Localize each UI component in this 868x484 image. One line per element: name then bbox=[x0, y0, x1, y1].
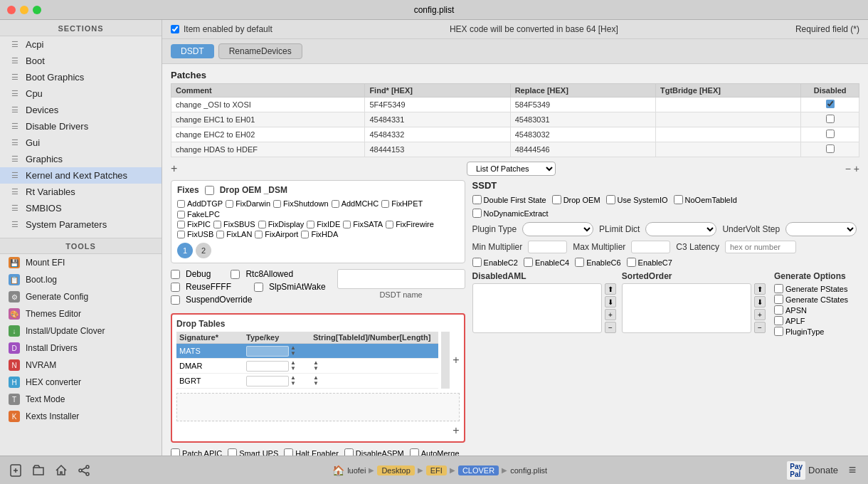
plimit-select[interactable] bbox=[645, 222, 716, 236]
plus-button[interactable]: + bbox=[854, 163, 859, 174]
gen-aplf-checkbox[interactable] bbox=[774, 316, 783, 325]
breadcrumb-desktop[interactable]: Desktop bbox=[377, 465, 414, 475]
sidebar-item-cpu[interactable]: ☰ Cpu bbox=[0, 85, 162, 102]
donate-area[interactable]: PayPal Donate bbox=[787, 461, 838, 480]
sidebar-tool-nvram[interactable]: N NVRAM bbox=[0, 357, 162, 374]
sorted-order-add-btn[interactable]: + bbox=[754, 309, 766, 320]
drop-table-row-mats[interactable]: MATS ▲ ▼ bbox=[176, 344, 438, 359]
addMCHC-checkbox[interactable] bbox=[332, 200, 339, 208]
drop-tables-bottom-add-button[interactable]: + bbox=[452, 424, 459, 437]
gen-cstates-checkbox[interactable] bbox=[774, 295, 783, 304]
drop-table-row-dmar[interactable]: DMAR ▲ ▼ bbox=[176, 359, 438, 374]
sorted-order-down-btn[interactable]: ⬇ bbox=[754, 296, 766, 307]
sidebar-item-boot[interactable]: ☰ Boot bbox=[0, 53, 162, 69]
page-btn-2[interactable]: 2 bbox=[196, 243, 211, 258]
enableC4-checkbox[interactable] bbox=[524, 258, 533, 267]
suspend-checkbox[interactable] bbox=[171, 295, 180, 305]
sidebar-item-kernel-kext[interactable]: ☰ Kernel and Kext Patches bbox=[0, 167, 162, 184]
bgrt-str-up[interactable]: ▲ bbox=[313, 375, 435, 381]
fixDarwin-checkbox[interactable] bbox=[226, 200, 233, 208]
reuse-checkbox[interactable] bbox=[171, 283, 180, 292]
sidebar-item-rt-variables[interactable]: ☰ Rt Variables bbox=[0, 184, 162, 200]
row4-disabled-checkbox[interactable] bbox=[826, 144, 835, 153]
fixDisplay-checkbox[interactable] bbox=[258, 221, 266, 228]
smart-ups-checkbox[interactable] bbox=[228, 448, 237, 456]
sidebar-item-graphics[interactable]: ☰ Graphics bbox=[0, 151, 162, 167]
sidebar-tool-install-drivers[interactable]: D Install Drivers bbox=[0, 340, 162, 357]
no-oem-table-id-checkbox[interactable] bbox=[674, 195, 683, 204]
disabled-aml-down-btn[interactable]: ⬇ bbox=[605, 296, 616, 307]
tab-rename-devices[interactable]: RenameDevices bbox=[218, 43, 302, 59]
home-icon[interactable] bbox=[53, 462, 70, 479]
drop-table-row-bgrt[interactable]: BGRT ▲ ▼ bbox=[176, 374, 438, 389]
menu-icon[interactable]: ≡ bbox=[844, 462, 861, 479]
plugin-type-select[interactable] bbox=[522, 222, 593, 236]
disabled-aml-remove-btn[interactable]: − bbox=[605, 322, 616, 333]
fixFirewire-checkbox[interactable] bbox=[386, 221, 393, 228]
add-patch-button[interactable]: + bbox=[171, 162, 177, 175]
fixUSB-checkbox[interactable] bbox=[177, 231, 185, 238]
disabled-aml-up-btn[interactable]: ⬆ bbox=[605, 283, 616, 295]
sidebar-tool-kexts-installer[interactable]: K Kexts Installer bbox=[0, 408, 162, 425]
use-systemio-checkbox[interactable] bbox=[606, 195, 615, 204]
max-mult-input[interactable] bbox=[631, 241, 670, 253]
breadcrumb-efi[interactable]: EFI bbox=[426, 465, 447, 475]
page-btn-1[interactable]: 1 bbox=[177, 243, 193, 258]
fixLAN-checkbox[interactable] bbox=[216, 231, 224, 238]
drop-oem-checkbox[interactable] bbox=[552, 195, 561, 204]
sidebar-tool-boot-log[interactable]: 📋 Boot.log bbox=[0, 271, 162, 288]
minimize-button[interactable] bbox=[20, 6, 28, 14]
list-of-patches-select[interactable]: List Of Patches bbox=[467, 162, 556, 176]
sidebar-item-disable-drivers[interactable]: ☰ Disable Drivers bbox=[0, 118, 162, 135]
tab-dsdt[interactable]: DSDT bbox=[171, 44, 214, 58]
open-file-icon[interactable] bbox=[30, 462, 47, 479]
sidebar-tool-mount-efi[interactable]: 💾 Mount EFI bbox=[0, 254, 162, 271]
bgrt-str-down[interactable]: ▼ bbox=[313, 381, 435, 386]
sidebar-tool-themes-editor[interactable]: 🎨 Themes Editor bbox=[0, 305, 162, 322]
sidebar-item-acpi[interactable]: ☰ Acpi bbox=[0, 36, 162, 53]
sidebar-item-system-parameters[interactable]: ☰ System Parameters bbox=[0, 216, 162, 233]
close-button[interactable] bbox=[7, 6, 16, 14]
share-icon[interactable] bbox=[75, 462, 92, 479]
breadcrumb-home[interactable]: luofei bbox=[347, 466, 366, 475]
disabled-aml-add-btn[interactable]: + bbox=[605, 309, 616, 320]
sidebar-tool-hex-converter[interactable]: H HEX converter bbox=[0, 374, 162, 391]
fixHPET-checkbox[interactable] bbox=[381, 200, 389, 208]
minus-button[interactable]: − bbox=[845, 163, 851, 174]
row2-disabled-checkbox[interactable] bbox=[826, 115, 835, 123]
dmar-type-input[interactable] bbox=[246, 361, 289, 372]
enableC7-checkbox[interactable] bbox=[627, 258, 636, 267]
sorted-order-up-btn[interactable]: ⬆ bbox=[754, 283, 766, 295]
sidebar-item-gui[interactable]: ☰ Gui bbox=[0, 135, 162, 151]
sidebar-item-boot-graphics[interactable]: ☰ Boot Graphics bbox=[0, 69, 162, 85]
disabled-aml-textarea[interactable] bbox=[472, 283, 602, 333]
sorted-order-textarea[interactable] bbox=[622, 283, 751, 333]
fixIDE-checkbox[interactable] bbox=[307, 221, 314, 228]
dsdt-name-input[interactable] bbox=[337, 269, 465, 289]
sorted-order-remove-btn[interactable]: − bbox=[754, 322, 766, 333]
fixShutdown-checkbox[interactable] bbox=[273, 200, 281, 208]
disable-aspm-checkbox[interactable] bbox=[344, 448, 354, 456]
c3-latency-input[interactable] bbox=[725, 241, 796, 253]
rtc8-checkbox[interactable] bbox=[231, 270, 240, 279]
bgrt-step-down[interactable]: ▼ bbox=[290, 381, 296, 386]
maximize-button[interactable] bbox=[33, 6, 41, 14]
fixSATA-checkbox[interactable] bbox=[343, 221, 351, 228]
sidebar-item-devices[interactable]: ☰ Devices bbox=[0, 102, 162, 118]
sidebar-tool-text-mode[interactable]: T Text Mode bbox=[0, 391, 162, 408]
halt-enabler-checkbox[interactable] bbox=[284, 448, 293, 456]
fixPIC-checkbox[interactable] bbox=[177, 221, 185, 228]
bgrt-type-input[interactable] bbox=[246, 376, 289, 386]
row1-disabled-checkbox[interactable] bbox=[826, 100, 835, 108]
sidebar-tool-generate-config[interactable]: ⚙ Generate Config bbox=[0, 288, 162, 305]
fixAirport-checkbox[interactable] bbox=[255, 231, 263, 238]
min-mult-input[interactable] bbox=[528, 241, 567, 253]
breadcrumb-clover[interactable]: CLOVER bbox=[458, 465, 499, 475]
item-enabled-checkbox[interactable] bbox=[171, 25, 179, 33]
dmar-str-up[interactable]: ▲ bbox=[313, 360, 435, 366]
gen-apsn-checkbox[interactable] bbox=[774, 305, 783, 315]
sidebar-tool-install-clover[interactable]: ↓ Install/Update Clover bbox=[0, 322, 162, 340]
slp-checkbox[interactable] bbox=[254, 283, 263, 292]
drop-oem-dsm-checkbox[interactable] bbox=[205, 186, 214, 195]
gen-pstates-checkbox[interactable] bbox=[774, 284, 783, 293]
